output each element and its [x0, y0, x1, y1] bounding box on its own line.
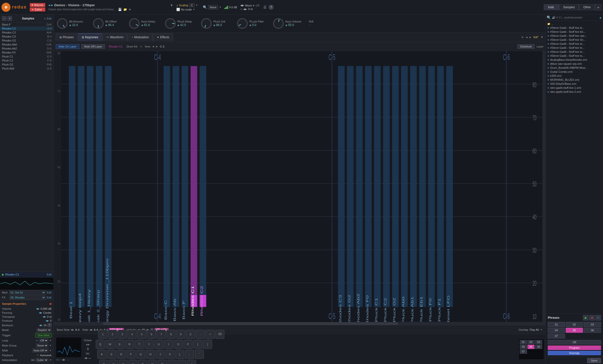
phrase-07[interactable]: 07: [520, 350, 527, 354]
octave-next[interactable]: ▶: [88, 343, 90, 346]
key-v[interactable]: V: [129, 360, 138, 364]
edit-sample-button[interactable]: Edit: [47, 273, 52, 276]
key-n[interactable]: N: [148, 360, 157, 364]
scrollbar-thumb[interactable]: [103, 322, 398, 325]
key-m[interactable]: M: [158, 360, 167, 364]
nna-dropdown[interactable]: ▼: [49, 349, 52, 352]
octave-prev[interactable]: ◀: [86, 343, 88, 346]
phrase-off-button[interactable]: Off: [548, 340, 601, 344]
key-a[interactable]: A: [97, 350, 106, 359]
save-disk-icon[interactable]: 💾: [118, 8, 122, 11]
keyzone-grid[interactable]: C-4 C-5 C-6 80 70 60 50 40 30 20 10 Beat…: [61, 51, 542, 322]
phrase-02[interactable]: 02: [527, 340, 535, 344]
folder-icon[interactable]: 📁: [123, 8, 127, 11]
search-none[interactable]: None: [208, 5, 218, 10]
expand-button[interactable]: »: [595, 4, 601, 10]
phrase-num-06[interactable]: 06: [584, 328, 601, 333]
list-item[interactable]: ≋ MORNING_BLUES.xrni: [546, 78, 603, 82]
list-item[interactable]: ≋ #Steve Gadd - Stuff live to...: [546, 46, 603, 50]
key-minus[interactable]: -: [196, 330, 205, 339]
key-d[interactable]: D: [117, 350, 126, 359]
list-item[interactable]: ≋ stev-gadd-stuff-live-2.xrni: [546, 90, 603, 94]
phrase-program-button[interactable]: Program: [548, 346, 601, 350]
list-item[interactable]: ≋ #Steve Gadd - Stuff live kic...: [546, 30, 603, 34]
mode-select[interactable]: Repitch: [37, 328, 52, 332]
key-quote[interactable]: ': [195, 350, 204, 359]
overlap-dropdown[interactable]: ▼: [540, 328, 542, 331]
loop-dropdown[interactable]: ▼: [49, 339, 52, 342]
star-icon[interactable]: ★: [129, 8, 131, 11]
scrollbar-right[interactable]: [542, 51, 545, 322]
key-q[interactable]: Q: [96, 340, 105, 349]
key-3[interactable]: 3: [118, 330, 127, 339]
editor-button[interactable]: Editor: [30, 8, 45, 12]
list-item[interactable]: Rhodes Ab0 C#5: [0, 42, 54, 46]
phrase-num-04[interactable]: 04: [548, 328, 565, 333]
note-off-layer-button[interactable]: Note-Off Layer: [81, 44, 105, 49]
list-item[interactable]: ≋ SID-DirtyDnBass.xrni: [546, 82, 603, 86]
key-e[interactable]: E: [115, 340, 124, 349]
phrase-03[interactable]: 03: [535, 340, 542, 344]
loop-icon[interactable]: ↩: [36, 339, 38, 342]
init-dropdown[interactable]: ▼: [540, 36, 543, 39]
scale-dropdown-arrow[interactable]: ▼: [193, 8, 195, 11]
from-next[interactable]: ▶: [156, 45, 158, 48]
key-k[interactable]: K: [166, 350, 175, 359]
list-item[interactable]: ≋ #Steve Gadd - Stuff live ki...: [546, 26, 603, 30]
distribute-button[interactable]: Distribute: [517, 44, 534, 49]
add-sample-button[interactable]: +: [8, 16, 12, 21]
tab-effects[interactable]: ✦ Effects: [153, 34, 173, 41]
key-2[interactable]: 2: [108, 330, 117, 339]
help-button[interactable]: ?: [269, 5, 274, 10]
horizontal-scrollbar[interactable]: [54, 322, 545, 325]
list-item[interactable]: ≋ AnalogBass-DeepWonder.xrni: [546, 58, 603, 62]
pluck-grit-knob[interactable]: [201, 18, 212, 29]
key-rbracket[interactable]: ]: [203, 340, 212, 349]
phrase-num-01[interactable]: 01: [548, 322, 565, 327]
phrase-stop-button[interactable]: ■: [589, 315, 595, 320]
key-eq[interactable]: =: [206, 330, 215, 339]
fx-edit-button[interactable]: Edit: [47, 296, 52, 299]
navigate-up-button[interactable]: ▲: [599, 16, 602, 19]
demo-prev-arrow[interactable]: ◀: [48, 4, 50, 6]
key-7[interactable]: 7: [157, 330, 166, 339]
phrase-num-07[interactable]: 07: [548, 334, 565, 338]
key-l[interactable]: L: [175, 350, 184, 359]
interp-dropdown[interactable]: ▼: [49, 359, 52, 361]
phrase-num-05[interactable]: 05: [566, 328, 583, 333]
from-prev[interactable]: ◀: [152, 45, 154, 48]
list-item[interactable]: ≋ Drum_Break06-94BPM Musi...: [546, 66, 603, 70]
note-on-layer-button[interactable]: Note-On Layer: [56, 44, 79, 49]
audio-in-icon[interactable]: ◁: [56, 358, 58, 361]
mute-group-dropdown[interactable]: ▼: [49, 344, 52, 347]
key-s[interactable]: S: [107, 350, 116, 359]
list-item[interactable]: ≋ dblue saw square arp.xrni: [546, 62, 603, 66]
bit-offset-knob[interactable]: [93, 18, 104, 29]
pluck-filter-knob[interactable]: [237, 18, 248, 29]
tab-modulation[interactable]: ~ Modulation: [128, 34, 153, 41]
list-item[interactable]: Rhodes C2 A#4: [0, 30, 54, 34]
list-item[interactable]: Rhodes C1 A-4: [0, 26, 54, 30]
beatsync-t-button[interactable]: T: [48, 323, 52, 327]
key-p[interactable]: P: [184, 340, 193, 349]
edit-samples-button[interactable]: Edit: [47, 17, 52, 20]
list-item[interactable]: Pluck C2 F-5: [0, 58, 54, 62]
phrase-play-button[interactable]: ▶: [583, 315, 588, 320]
key-t[interactable]: T: [135, 340, 144, 349]
list-item[interactable]: Bass-F G#4: [0, 22, 54, 26]
list-view-icon[interactable]: ≡: [44, 17, 46, 20]
key-g[interactable]: G: [136, 350, 145, 359]
phrase-04[interactable]: 04: [520, 345, 527, 349]
list-item[interactable]: Rhodes G2 C-5: [0, 38, 54, 42]
key-8[interactable]: 8: [167, 330, 176, 339]
phrase-keymap-button[interactable]: Keymap: [548, 351, 601, 355]
key-b[interactable]: B: [138, 360, 147, 364]
list-item[interactable]: ≋ stev-gadd-stuff-live-1.xrni: [546, 86, 603, 90]
note-arrows[interactable]: ◀▶: [89, 328, 93, 331]
key-u[interactable]: U: [154, 340, 163, 349]
list-item[interactable]: ≋ #Steve Gadd - Stuff live Sn...: [546, 38, 603, 42]
key-c[interactable]: C: [119, 360, 128, 364]
keys-volume-knob[interactable]: [273, 18, 284, 29]
key-w[interactable]: W: [106, 340, 115, 349]
key-o[interactable]: O: [174, 340, 183, 349]
